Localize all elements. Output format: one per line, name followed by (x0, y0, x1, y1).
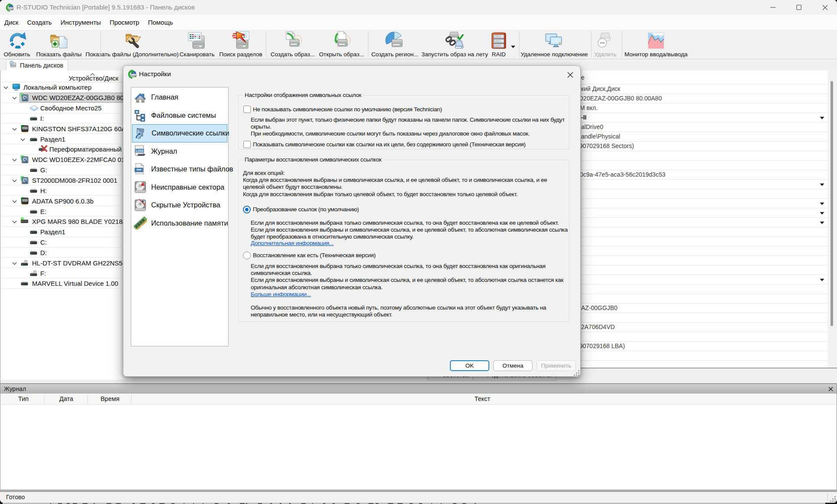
cancel-button[interactable]: Отмена (493, 360, 533, 371)
settings-nav-memory[interactable]: Использование памяти (132, 214, 227, 233)
close-button[interactable] (815, 0, 835, 15)
dropdown-arrow-icon[interactable] (820, 275, 824, 283)
radio1-label[interactable]: Преобразование ссылок (по умолчанию) (253, 206, 359, 213)
property-value-fragment: -II (581, 114, 586, 121)
tree-row-label: KINGSTON SHFS37A120G 60A (32, 125, 126, 132)
chevron-down-icon[interactable] (12, 217, 17, 225)
checkbox1-label[interactable]: Не показывать символические ссылки по ум… (253, 106, 442, 113)
tree-row-label: D: (40, 249, 47, 256)
chevron-down-icon[interactable] (12, 197, 17, 205)
journal-column-текст[interactable]: Текст (475, 395, 491, 402)
dropdown-arrow-icon[interactable] (820, 218, 824, 226)
journal-body (0, 405, 837, 490)
window-title: R-STUDIO Technician [Portable] 9.5.19168… (16, 0, 195, 15)
menu-создать[interactable]: Создать (27, 19, 52, 26)
tab-label: Панель дисков (20, 62, 63, 69)
radio-restore-as-is[interactable] (243, 252, 251, 259)
chevron-down-icon[interactable] (12, 259, 17, 267)
journal-column-separator (87, 395, 88, 404)
maximize-button[interactable] (789, 0, 809, 15)
settings-nav-filetypes[interactable]: *** Известные типы файлов (132, 160, 227, 178)
window-resize-grip[interactable] (830, 496, 837, 503)
more-info-link-2[interactable]: Больше информации... (251, 291, 311, 297)
find-partitions-icon (231, 31, 251, 51)
raid-dropdown-icon[interactable] (511, 42, 516, 50)
settings-nav-filesystems[interactable]: Файловые системы (132, 107, 227, 125)
menu-диск[interactable]: Диск (4, 19, 19, 26)
ok-button[interactable]: OK (450, 360, 489, 371)
tree-row-label: WDC WD10EZEX-22MFCA0 01 (32, 156, 125, 163)
mount-image-icon (445, 31, 465, 51)
dvd-icon (29, 269, 38, 277)
chevron-down-icon[interactable] (3, 83, 8, 91)
chevron-down-icon[interactable] (12, 176, 17, 184)
journal-column-тип[interactable]: Тип (18, 395, 29, 402)
settings-nav-hidden[interactable]: Скрытые Устройства (132, 196, 227, 214)
journal-header: Журнал (0, 384, 837, 394)
chevron-down-icon[interactable] (12, 155, 17, 163)
dialog-close-button[interactable] (562, 68, 579, 81)
show-files-adv-icon (122, 31, 142, 51)
props-scrollbar-track[interactable] (827, 71, 837, 368)
tree-row-label: Переформатированный (49, 145, 122, 153)
props-scrollbar-thumb[interactable] (831, 81, 833, 326)
checkbox-hide-symlinks[interactable] (243, 106, 251, 113)
radio2-label[interactable]: Восстановление как есть (Техническая вер… (253, 252, 376, 259)
settings-nav-log[interactable]: LOG Журнал (132, 142, 227, 161)
dropdown-arrow-icon[interactable] (820, 113, 824, 121)
settings-nav-label: Известные типы файлов (151, 165, 233, 173)
props-header-fragment: e (581, 74, 585, 81)
checkbox1-description: Если выбран этот пункт, только физически… (251, 116, 565, 138)
tree-row-label: ST2000DM008-2FR102 0001 (32, 177, 117, 184)
ssd-icon: SSD (20, 124, 29, 132)
menu-помощь[interactable]: Помощь (148, 19, 174, 26)
tree-row-label: Раздел1 (40, 135, 65, 142)
menu-инструменты[interactable]: Инструменты (60, 19, 102, 26)
show-files-icon (49, 31, 69, 51)
dropdown-arrow-icon[interactable] (820, 180, 824, 188)
settings-nav-label: Файловые системы (151, 111, 216, 120)
radio-link-conversion[interactable] (243, 206, 251, 213)
settings-nav-home[interactable]: Главная (132, 88, 227, 107)
journal-column-separator (44, 395, 45, 404)
group2-intro: Для всех опций:Когда для восстановления … (243, 170, 547, 198)
settings-nav-symlink[interactable]: Символические ссылки (132, 124, 227, 142)
more-info-link-1[interactable]: Дополнительная информация... (251, 240, 334, 246)
scan-icon (187, 31, 207, 51)
io-monitor-icon (646, 31, 666, 51)
journal-close-icon[interactable] (828, 385, 833, 393)
tab-disk-panel[interactable]: Панель дисков (6, 59, 68, 71)
chevron-down-icon[interactable] (12, 125, 17, 132)
dropdown-arrow-icon[interactable] (820, 199, 824, 207)
toolbar-io-monitor-button[interactable]: Монитор ввода/вывода (621, 30, 691, 58)
property-value-fragment: 2A706D4VD (581, 323, 615, 330)
apply-button[interactable]: Применить (536, 360, 576, 371)
property-value-fragment: 907029168 LBA) (579, 342, 625, 349)
journal-column-время[interactable]: Время (100, 395, 120, 402)
partition-icon (29, 248, 38, 256)
minimize-button[interactable] (763, 0, 783, 15)
chevron-down-icon[interactable] (12, 94, 17, 101)
tree-row-label: ADATA SP900 6.0.3b (32, 197, 94, 204)
settings-nav-badsectors[interactable]: Неисправные сектора (132, 178, 227, 197)
dropdown-arrow-icon[interactable] (820, 209, 824, 216)
toolbar-create-region-button[interactable]: Создать регион... (360, 30, 430, 58)
dialog-resize-grip[interactable] (574, 370, 580, 377)
partition-icon (20, 279, 29, 288)
nvme-icon (20, 217, 29, 226)
menu-просмотр[interactable]: Просмотр (109, 19, 140, 26)
checkbox-show-symlinks-as-links[interactable] (243, 141, 251, 148)
chevron-down-icon[interactable] (20, 135, 25, 143)
journal-column-headers: ТипДатаВремяТекст (0, 394, 837, 405)
toolbar-show-files-adv-button[interactable]: Показать файлы (Дополнительно) (97, 30, 167, 58)
toolbar-label: Монитор ввода/вывода (624, 51, 688, 58)
svg-text:SSD: SSD (22, 199, 28, 202)
remote-icon (544, 31, 564, 51)
rstudio-logo-icon (6, 3, 14, 12)
journal-column-дата[interactable]: Дата (59, 395, 73, 402)
toolbar-show-files-button[interactable]: Показать файлы (24, 30, 94, 58)
ssd-icon: SSD (20, 197, 29, 205)
toolbar-label: Создать регион... (372, 51, 419, 58)
settings-nav-label: Использование памяти (151, 219, 228, 227)
checkbox2-label[interactable]: Показывать символические ссылки как ссыл… (253, 141, 526, 148)
